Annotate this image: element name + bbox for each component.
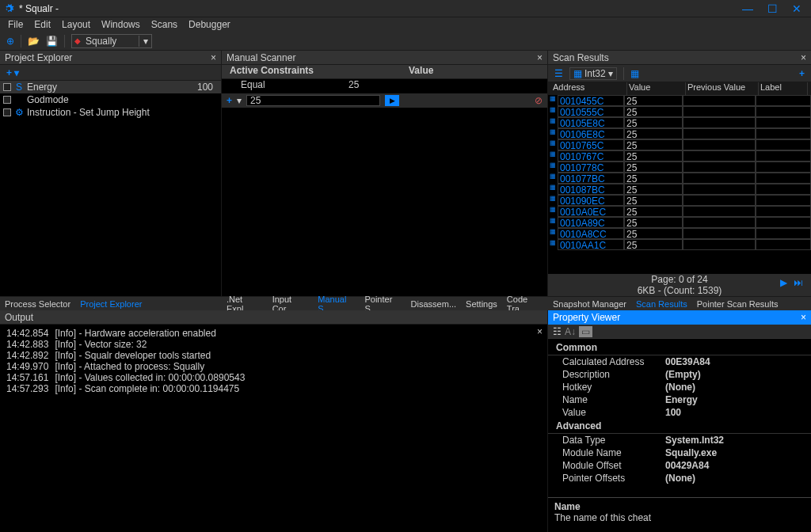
close-icon[interactable]: × bbox=[537, 52, 543, 63]
manual-scanner-panel: Manual Scanner × Active Constraints Valu… bbox=[222, 51, 548, 296]
tab[interactable]: Snapshot Manager bbox=[548, 299, 631, 309]
close-icon[interactable]: × bbox=[801, 52, 806, 63]
row-icon: ▦ bbox=[548, 128, 558, 139]
property-category[interactable]: Common bbox=[548, 340, 811, 355]
table-row[interactable]: ▦ 0010A0EC 25 bbox=[548, 206, 811, 217]
property-row[interactable]: Calculated Address00E39A84 bbox=[548, 355, 811, 368]
address-cell: 0010765C bbox=[558, 139, 624, 150]
tab[interactable]: Scan Results bbox=[631, 299, 692, 309]
prev-value-cell bbox=[683, 117, 756, 128]
address-cell: 00105E8C bbox=[558, 117, 624, 128]
tree-item[interactable]: S Energy 100 bbox=[0, 81, 221, 93]
output-panel: Output × 14:42.854[Info] - Hardware acce… bbox=[0, 310, 548, 532]
table-row[interactable]: ▦ 00105E8C 25 bbox=[548, 117, 811, 128]
value-cell: 25 bbox=[624, 162, 683, 173]
property-row[interactable]: Module Offset00429A84 bbox=[548, 459, 811, 472]
minimize-button[interactable]: — bbox=[742, 2, 753, 15]
item-label: Instruction - Set Jump Height bbox=[27, 107, 150, 118]
tab[interactable]: Project Explorer bbox=[75, 299, 147, 309]
property-category[interactable]: Advanced bbox=[548, 419, 811, 434]
columns-icon[interactable]: ▦ bbox=[630, 68, 639, 79]
sort-icon[interactable]: A↓ bbox=[565, 326, 576, 337]
table-row[interactable]: ▦ 001077BC 25 bbox=[548, 173, 811, 184]
close-icon[interactable]: × bbox=[537, 326, 543, 337]
constraint-row[interactable]: Equal 25 bbox=[222, 79, 547, 93]
menu-windows[interactable]: Windows bbox=[101, 19, 140, 30]
address-cell: 0010778C bbox=[558, 162, 624, 173]
table-row[interactable]: ▦ 0010A89C 25 bbox=[548, 217, 811, 228]
save-icon[interactable]: 💾 bbox=[46, 36, 58, 47]
data-type-dropdown[interactable]: ▦ Int32 ▾ bbox=[569, 67, 617, 80]
prev-value-cell bbox=[683, 206, 756, 217]
table-row[interactable]: ▦ 0010455C 25 bbox=[548, 95, 811, 106]
item-icon: S bbox=[14, 82, 24, 93]
table-row[interactable]: ▦ 0010555C 25 bbox=[548, 106, 811, 117]
maximize-button[interactable]: ☐ bbox=[767, 2, 778, 15]
next-page-icon[interactable]: ▶ bbox=[780, 277, 787, 288]
table-row[interactable]: ▦ 0010765C 25 bbox=[548, 139, 811, 150]
add-result-button[interactable]: + bbox=[799, 68, 805, 79]
menu-file[interactable]: File bbox=[8, 19, 23, 30]
list-icon[interactable]: ☰ bbox=[554, 68, 563, 79]
close-button[interactable]: ✕ bbox=[792, 2, 801, 15]
property-row[interactable]: Data TypeSystem.Int32 bbox=[548, 434, 811, 446]
property-viewer-panel: Property Viewer × ☷ A↓ ▭ CommonCalculate… bbox=[548, 310, 811, 532]
pages-icon[interactable]: ▭ bbox=[579, 326, 592, 337]
tab[interactable]: Pointer Scan Results bbox=[692, 299, 783, 309]
value-cell: 25 bbox=[624, 95, 683, 106]
table-row[interactable]: ▦ 0010767C 25 bbox=[548, 150, 811, 162]
property-row[interactable]: NameEnergy bbox=[548, 393, 811, 406]
menu-debugger[interactable]: Debugger bbox=[188, 19, 230, 30]
close-icon[interactable]: × bbox=[801, 312, 806, 323]
row-icon: ▦ bbox=[548, 117, 558, 128]
tree-item[interactable]: Godmode bbox=[0, 93, 221, 106]
tree-item[interactable]: ⚙ Instruction - Set Jump Height bbox=[0, 106, 221, 119]
checkbox[interactable] bbox=[3, 96, 11, 104]
categorize-icon[interactable]: ☷ bbox=[553, 326, 562, 337]
table-row[interactable]: ▦ 001090EC 25 bbox=[548, 195, 811, 206]
address-cell: 0010AA1C bbox=[558, 239, 624, 250]
address-cell: 0010A89C bbox=[558, 217, 624, 228]
prev-value-cell bbox=[683, 95, 756, 106]
menu-layout[interactable]: Layout bbox=[62, 19, 90, 30]
property-row[interactable]: Value100 bbox=[548, 406, 811, 419]
scan-value-input[interactable] bbox=[246, 95, 380, 106]
chevron-down-icon[interactable]: ▾ bbox=[139, 36, 151, 47]
property-row[interactable]: Pointer Offsets(None) bbox=[548, 472, 811, 484]
log-line: 14:42.854[Info] - Hardware acceleration … bbox=[6, 328, 541, 339]
label-cell bbox=[756, 162, 811, 173]
add-button[interactable]: + ▾ bbox=[6, 67, 19, 78]
property-row[interactable]: Module NameSqually.exe bbox=[548, 446, 811, 459]
label-cell bbox=[756, 106, 811, 117]
process-selector[interactable]: ◆ Squally ▾ bbox=[71, 34, 152, 48]
project-explorer-header: Project Explorer × bbox=[0, 51, 221, 65]
cancel-icon[interactable]: ⊘ bbox=[535, 95, 543, 106]
value-cell: 25 bbox=[624, 239, 683, 250]
chevron-down-icon[interactable]: ▾ bbox=[237, 95, 242, 106]
property-row[interactable]: Hotkey(None) bbox=[548, 381, 811, 393]
table-row[interactable]: ▦ 00106E8C 25 bbox=[548, 128, 811, 139]
target-icon[interactable]: ⊕ bbox=[6, 36, 14, 47]
play-icon[interactable]: ▶ bbox=[385, 95, 399, 106]
checkbox[interactable] bbox=[3, 83, 11, 91]
tab[interactable]: Settings bbox=[461, 299, 502, 309]
add-constraint-button[interactable]: + bbox=[227, 95, 232, 106]
process-icon: ◆ bbox=[72, 36, 81, 45]
open-icon[interactable]: 📂 bbox=[28, 36, 40, 47]
prev-value-cell bbox=[683, 106, 756, 117]
close-icon[interactable]: × bbox=[211, 52, 216, 63]
scan-input-row: + ▾ ▶ ⊘ bbox=[222, 93, 547, 108]
table-row[interactable]: ▦ 001087BC 25 bbox=[548, 184, 811, 195]
table-row[interactable]: ▦ 0010AA1C 25 bbox=[548, 239, 811, 250]
tab[interactable]: Disassem... bbox=[406, 299, 461, 309]
menu-edit[interactable]: Edit bbox=[34, 19, 51, 30]
value-cell: 25 bbox=[624, 128, 683, 139]
table-row[interactable]: ▦ 0010A8CC 25 bbox=[548, 228, 811, 239]
tab[interactable]: Process Selector bbox=[0, 299, 75, 309]
checkbox[interactable] bbox=[3, 108, 11, 116]
table-row[interactable]: ▦ 0010778C 25 bbox=[548, 162, 811, 173]
property-row[interactable]: Description(Empty) bbox=[548, 368, 811, 381]
last-page-icon[interactable]: ⏭ bbox=[794, 277, 803, 288]
label-cell bbox=[756, 150, 811, 162]
menu-scans[interactable]: Scans bbox=[151, 19, 177, 30]
